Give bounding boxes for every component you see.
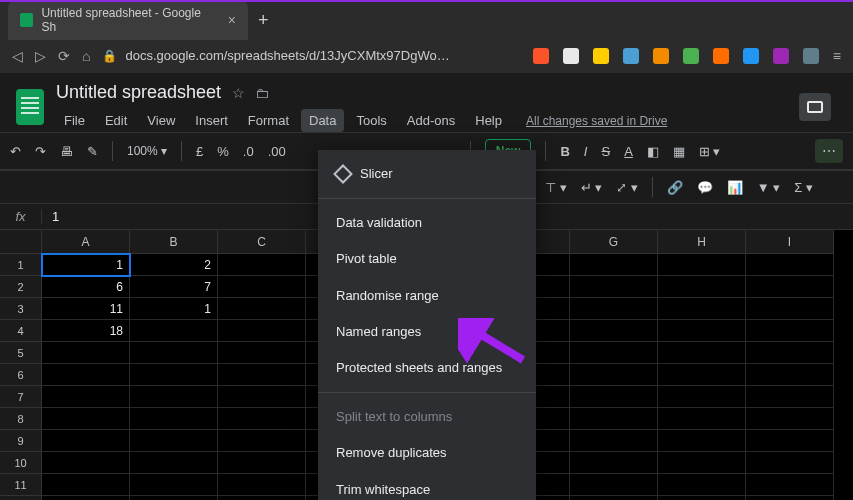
- close-tab-icon[interactable]: ×: [228, 12, 236, 28]
- new-tab-button[interactable]: +: [258, 10, 269, 31]
- merge-cells-icon[interactable]: ⊞ ▾: [699, 144, 721, 159]
- cell[interactable]: [746, 342, 834, 364]
- cell[interactable]: [42, 364, 130, 386]
- col-header[interactable]: H: [658, 230, 746, 254]
- cell[interactable]: [746, 298, 834, 320]
- menu-view[interactable]: View: [139, 109, 183, 132]
- cell[interactable]: 2: [130, 254, 218, 276]
- menu-icon[interactable]: ≡: [833, 48, 841, 64]
- cell[interactable]: [570, 474, 658, 496]
- cell[interactable]: [42, 474, 130, 496]
- back-icon[interactable]: ◁: [12, 48, 23, 64]
- cell[interactable]: [746, 496, 834, 500]
- cell[interactable]: [218, 320, 306, 342]
- cell[interactable]: [218, 254, 306, 276]
- cell[interactable]: [658, 386, 746, 408]
- comment-button[interactable]: [799, 93, 831, 121]
- row-header[interactable]: 10: [0, 452, 42, 474]
- col-header[interactable]: B: [130, 230, 218, 254]
- currency-button[interactable]: £: [196, 144, 203, 159]
- menu-data[interactable]: Data: [301, 109, 344, 132]
- row-header[interactable]: 8: [0, 408, 42, 430]
- cell[interactable]: [570, 452, 658, 474]
- cell[interactable]: [570, 254, 658, 276]
- decrease-decimal-icon[interactable]: .0: [243, 144, 254, 159]
- cell[interactable]: [746, 408, 834, 430]
- more-toolbar-icon[interactable]: ⋯: [815, 139, 843, 163]
- cell[interactable]: [218, 496, 306, 500]
- cell[interactable]: 7: [130, 276, 218, 298]
- cell[interactable]: [658, 496, 746, 500]
- cell[interactable]: [658, 430, 746, 452]
- select-all-corner[interactable]: [0, 230, 42, 254]
- chart-icon[interactable]: 📊: [727, 180, 743, 195]
- strikethrough-icon[interactable]: S: [601, 144, 610, 159]
- functions-icon[interactable]: Σ ▾: [794, 180, 813, 195]
- fx-value[interactable]: 1: [42, 209, 69, 224]
- menu-insert[interactable]: Insert: [187, 109, 236, 132]
- col-header[interactable]: A: [42, 230, 130, 254]
- cell[interactable]: [130, 408, 218, 430]
- cell[interactable]: 11: [42, 298, 130, 320]
- menu-pivot-table[interactable]: Pivot table: [318, 241, 536, 277]
- brave-shields-icon[interactable]: [533, 48, 549, 64]
- forward-icon[interactable]: ▷: [35, 48, 46, 64]
- extension-icon[interactable]: [683, 48, 699, 64]
- cell[interactable]: [570, 342, 658, 364]
- url-bar[interactable]: 🔒 docs.google.com/spreadsheets/d/13JyCXM…: [102, 48, 449, 63]
- col-header[interactable]: C: [218, 230, 306, 254]
- cell[interactable]: [42, 452, 130, 474]
- extension-warning-icon[interactable]: [593, 48, 609, 64]
- cell[interactable]: [570, 364, 658, 386]
- cell[interactable]: [746, 320, 834, 342]
- extension-icon[interactable]: [743, 48, 759, 64]
- cell[interactable]: [130, 342, 218, 364]
- cell[interactable]: [218, 364, 306, 386]
- cell[interactable]: 18: [42, 320, 130, 342]
- cell[interactable]: [746, 276, 834, 298]
- paint-format-icon[interactable]: ✎: [87, 144, 98, 159]
- cell[interactable]: [746, 364, 834, 386]
- cell[interactable]: [130, 386, 218, 408]
- cell[interactable]: [658, 364, 746, 386]
- col-header[interactable]: G: [570, 230, 658, 254]
- extension-icon[interactable]: [653, 48, 669, 64]
- cell[interactable]: [218, 452, 306, 474]
- cell[interactable]: [130, 430, 218, 452]
- cell[interactable]: [746, 474, 834, 496]
- browser-tab[interactable]: Untitled spreadsheet - Google Sh ×: [8, 0, 248, 40]
- cell[interactable]: [746, 452, 834, 474]
- cell[interactable]: [570, 298, 658, 320]
- row-header[interactable]: 5: [0, 342, 42, 364]
- doc-title[interactable]: Untitled spreadsheet: [56, 82, 221, 102]
- cell[interactable]: [570, 430, 658, 452]
- row-header[interactable]: 11: [0, 474, 42, 496]
- cell[interactable]: [570, 386, 658, 408]
- redo-icon[interactable]: ↷: [35, 144, 46, 159]
- cell[interactable]: [218, 474, 306, 496]
- cell[interactable]: [218, 408, 306, 430]
- cell[interactable]: [42, 342, 130, 364]
- menu-help[interactable]: Help: [467, 109, 510, 132]
- cell[interactable]: [658, 474, 746, 496]
- reload-icon[interactable]: ⟳: [58, 48, 70, 64]
- cell[interactable]: [658, 320, 746, 342]
- row-header[interactable]: 6: [0, 364, 42, 386]
- italic-icon[interactable]: I: [584, 144, 588, 159]
- menu-edit[interactable]: Edit: [97, 109, 135, 132]
- cell[interactable]: 1: [130, 298, 218, 320]
- menu-remove-duplicates[interactable]: Remove duplicates: [318, 435, 536, 471]
- extension-icon[interactable]: [803, 48, 819, 64]
- cell[interactable]: [658, 408, 746, 430]
- extension-icon[interactable]: [623, 48, 639, 64]
- cell[interactable]: [570, 408, 658, 430]
- cell[interactable]: [42, 496, 130, 500]
- cell[interactable]: [218, 276, 306, 298]
- menu-trim-whitespace[interactable]: Trim whitespace: [318, 472, 536, 501]
- cell[interactable]: [218, 430, 306, 452]
- increase-decimal-icon[interactable]: .00: [268, 144, 286, 159]
- cell[interactable]: [746, 254, 834, 276]
- sheets-logo-icon[interactable]: [16, 89, 44, 125]
- cell[interactable]: [130, 320, 218, 342]
- menu-split-text[interactable]: Split text to columns: [318, 399, 536, 435]
